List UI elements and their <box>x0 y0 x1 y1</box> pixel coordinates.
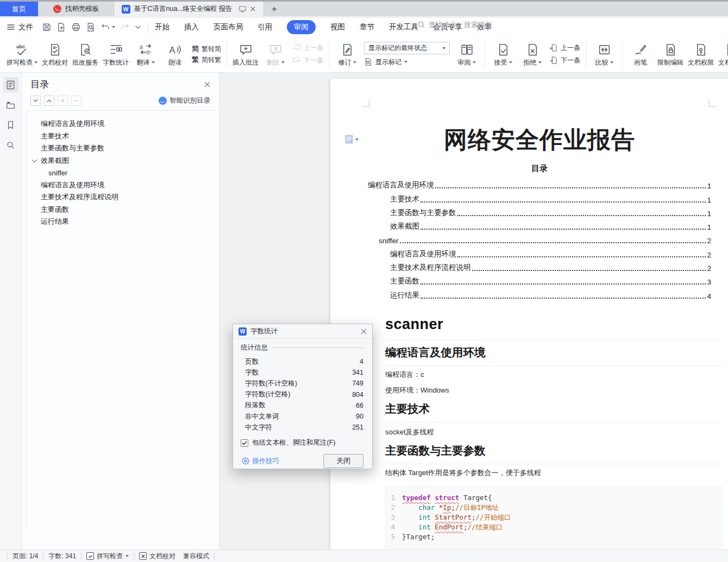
doc-proofread-button[interactable]: a- 文档校对 <box>40 39 70 70</box>
doc-toc-entry[interactable]: 主要技术1 <box>368 190 711 204</box>
close-panel-icon[interactable] <box>204 81 210 87</box>
toc-panel-item[interactable]: 效果截图 <box>27 155 219 167</box>
spell-check-toggle[interactable]: 拼写检查 <box>86 552 129 561</box>
word-count-indicator[interactable]: 字数: 341 <box>48 552 76 561</box>
sidebar-item-comments[interactable] <box>3 97 18 112</box>
toc-panel-item[interactable]: sniffer <box>27 167 219 179</box>
doc-toc-entry[interactable]: 编程语言及使用环境1 <box>368 176 711 190</box>
prev-comment-button[interactable]: 上一条 <box>292 43 323 52</box>
next-comment-button[interactable]: 下一条 <box>292 56 323 65</box>
include-textboxes-checkbox[interactable]: 包括文本框、脚注和尾注(F) <box>241 438 365 447</box>
divider <box>586 41 586 68</box>
close-button[interactable]: 关闭 <box>323 454 363 468</box>
close-dialog-icon[interactable] <box>361 329 367 334</box>
svg-text:A: A <box>169 45 175 55</box>
menu-tab-开发工具[interactable]: 开发工具 <box>389 22 418 32</box>
restrict-editing-button[interactable]: 限制编辑 <box>655 39 686 70</box>
menu-tab-引用[interactable]: 引用 <box>258 22 272 32</box>
redo-button[interactable] <box>120 22 130 32</box>
delete-comment-button[interactable]: 删除 <box>261 39 290 70</box>
tab-document[interactable]: W 基于C语言nua...络安全编程 报告 <box>114 2 264 16</box>
toc-panel-item[interactable]: 主要技术及程序流程说明 <box>27 191 219 204</box>
sidebar-icon-strip <box>0 73 22 550</box>
doc-toc-entry[interactable]: 效果截图1 <box>368 218 711 231</box>
compare-button[interactable]: 比较 <box>589 39 619 70</box>
page-corner-mark <box>362 99 369 107</box>
toc-panel-item[interactable]: 运行结果 <box>27 216 219 228</box>
grading-service-button[interactable]: 批改服务 <box>70 39 101 70</box>
toc-panel-item[interactable]: 主要函数 <box>27 204 219 216</box>
dropdown-caret <box>112 26 115 28</box>
doc-toc-entry[interactable]: 主要函数与主要参数1 <box>368 204 711 218</box>
menu-tab-章节[interactable]: 章节 <box>360 22 374 32</box>
menu-tab-插入[interactable]: 插入 <box>184 22 199 32</box>
toc-panel-item[interactable]: 编程语言及使用环境 <box>27 179 219 192</box>
dropdown-caret <box>610 61 613 64</box>
undo-button[interactable] <box>101 22 115 32</box>
toc-panel: 目录 智能识别目录 编程语言及使用环境主要技术主要函数与主要参数效果截图snif… <box>22 73 219 550</box>
command-search[interactable] <box>417 21 539 29</box>
compat-mode-label: 兼容模式 <box>183 552 209 561</box>
toc-panel-item[interactable]: 编程语言及使用环境 <box>27 118 219 130</box>
print-icon[interactable] <box>71 22 81 32</box>
contents-icon <box>5 80 16 90</box>
doc-toc-entry[interactable]: 主要函数3 <box>368 273 711 286</box>
toc-panel-item[interactable]: 主要技术 <box>27 130 219 143</box>
print-preview-icon[interactable] <box>86 22 96 32</box>
doc-proofread-toggle[interactable]: 文档校对 <box>139 552 175 561</box>
menu-tab-审阅[interactable]: 审阅 <box>287 20 316 34</box>
word-count-button[interactable]: 字数统计 <box>101 39 131 70</box>
show-markup-button[interactable]: 显示标记 <box>364 58 450 66</box>
simp-to-trad-button[interactable]: 繁简转繁 <box>192 56 221 63</box>
tab-docer-templates[interactable]: 找稻壳模板 <box>46 2 107 16</box>
doc-toc-entry[interactable]: 运行结果4 <box>368 286 711 300</box>
translate-button[interactable]: a中 翻译 <box>131 39 160 70</box>
tips-link[interactable]: 操作技巧 <box>242 457 279 466</box>
read-aloud-button[interactable]: A 朗读 <box>160 39 190 70</box>
toc-panel-item[interactable]: 主要函数与主要参数 <box>27 142 219 155</box>
smart-recognize-button[interactable]: 智能识别目录 <box>159 96 210 105</box>
doc-toc-entry[interactable]: 编程语言及使用环境2 <box>368 245 711 258</box>
markup-state-combobox[interactable]: 显示标记的最终状态 <box>364 42 450 54</box>
zoom-in-level-button[interactable] <box>58 96 68 106</box>
doc-certify-button[interactable]: 文档认证 <box>716 39 728 70</box>
doc-toc-entry[interactable]: sniffer2 <box>368 231 711 245</box>
sidebar-item-search[interactable] <box>3 137 18 153</box>
doc-toc-entry[interactable]: 主要技术及程序流程说明2 <box>368 259 711 273</box>
trad-to-simp-button[interactable]: 简繁转简 <box>192 45 221 52</box>
accept-change-button[interactable]: 接受 <box>488 39 518 70</box>
sidebar-item-bookmarks[interactable] <box>3 117 18 132</box>
doc-permissions-button[interactable]: 文档权限 <box>686 39 716 70</box>
expand-all-button[interactable] <box>30 96 41 106</box>
dialog-title-bar[interactable]: W 字数统计 <box>233 324 372 339</box>
file-menu-button[interactable]: 文件 <box>7 22 33 32</box>
more-commands-icon[interactable] <box>135 22 141 32</box>
next-change-button[interactable]: 下一条 <box>549 56 580 65</box>
monitor-icon[interactable] <box>239 5 247 13</box>
close-tab-icon[interactable] <box>250 6 256 12</box>
docer-icon <box>53 5 61 13</box>
menu-tab-页面布局[interactable]: 页面布局 <box>214 22 243 32</box>
spell-check-button[interactable]: abc 拼写检查 <box>4 39 40 70</box>
ink-brush-button[interactable]: 画笔 <box>626 39 655 70</box>
prev-change-button[interactable]: 上一条 <box>549 43 580 52</box>
show-markup-icon <box>364 58 373 66</box>
zoom-out-level-button[interactable] <box>71 96 81 106</box>
dropdown-caret <box>538 61 542 64</box>
menu-tab-开始[interactable]: 开始 <box>155 22 170 32</box>
reject-change-button[interactable]: 拒绝 <box>518 39 547 70</box>
export-icon[interactable] <box>57 22 66 32</box>
collapse-all-button[interactable] <box>44 96 54 106</box>
new-tab-button[interactable]: + <box>267 2 281 16</box>
tab-home[interactable]: 首页 <box>0 2 38 16</box>
save-icon[interactable] <box>42 22 52 32</box>
review-pane-button[interactable]: 审阅 <box>452 39 481 70</box>
reject-change-icon <box>526 43 539 56</box>
menu-tab-视图[interactable]: 视图 <box>330 22 345 32</box>
track-changes-button[interactable]: 修订 <box>332 39 362 70</box>
insert-comment-button[interactable]: 插入批注 <box>230 39 261 70</box>
collapse-arrow-icon[interactable] <box>32 157 37 162</box>
margin-toc-button[interactable] <box>345 135 359 144</box>
sidebar-item-contents[interactable] <box>3 77 18 92</box>
search-input[interactable] <box>429 21 532 29</box>
